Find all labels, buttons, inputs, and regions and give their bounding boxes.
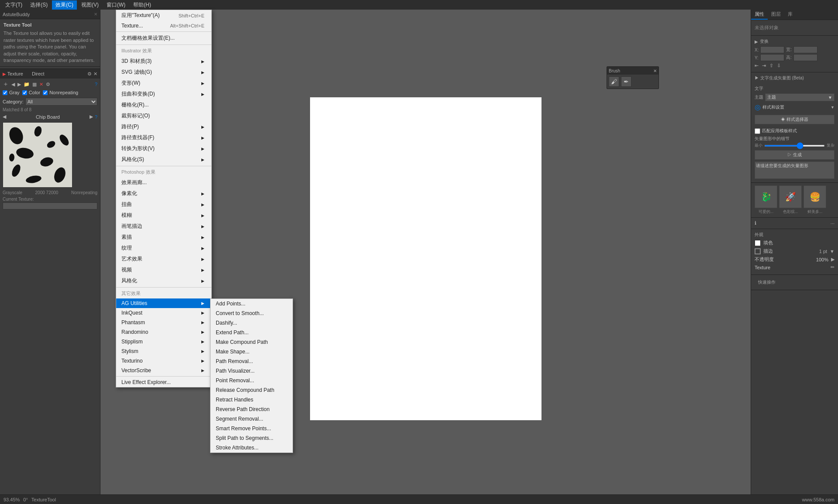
menu-view[interactable]: 视图(V)	[78, 0, 102, 10]
make-compound-path-item[interactable]: Make Compound Path	[210, 337, 293, 347]
ai-gen-expand[interactable]: ▶	[755, 75, 759, 80]
doc-raster-item[interactable]: 文档栅格效果设置(E)...	[116, 33, 211, 44]
texture-nav-left[interactable]: ◀	[11, 82, 15, 87]
reverse-path-item[interactable]: Reverse Path Direction	[210, 405, 293, 414]
style-picker-btn[interactable]: ◈ 样式选择器	[755, 115, 835, 124]
menu-text[interactable]: 文字(T)	[2, 0, 26, 10]
dashify-item[interactable]: Dashify...	[210, 318, 293, 328]
path-removal-item[interactable]: Path Removal...	[210, 357, 293, 366]
artistic-item[interactable]: 艺术效果	[116, 254, 211, 264]
warp-item[interactable]: 变形(W)	[116, 78, 211, 89]
crop-marks-item[interactable]: 裁剪标记(O)	[116, 110, 211, 121]
transform-expand-icon[interactable]: ▶	[755, 39, 758, 44]
effect-gallery-item[interactable]: 效果画廊...	[116, 177, 211, 188]
info-more-icon[interactable]: ···	[831, 221, 835, 226]
mini-panel-header[interactable]: Brush ✕	[607, 67, 659, 75]
menu-window[interactable]: 窗口(W)	[103, 0, 129, 10]
sketch-item[interactable]: 素描	[116, 232, 211, 243]
vectorscribe-item[interactable]: VectorScribe	[116, 366, 211, 375]
randomino-item[interactable]: Randomino	[116, 327, 211, 337]
theme-dropdown[interactable]: 主题 ▼	[765, 93, 835, 101]
generate-prompt[interactable]: 请描述您要生成的矢量图形	[755, 161, 835, 179]
brush-option-2[interactable]: ✒	[621, 76, 631, 87]
ps-stylize-item[interactable]: 风格化	[116, 275, 211, 286]
convert-smooth-item[interactable]: Convert to Smooth...	[210, 309, 293, 318]
tab-library[interactable]: 库	[784, 10, 796, 20]
distort-item[interactable]: 扭曲和变换(D)	[116, 89, 211, 99]
pathfinder-item[interactable]: 路径查找器(F)	[116, 132, 211, 143]
chip-nav-right[interactable]: ▶	[90, 114, 93, 120]
texture-edit-icon[interactable]: ✏	[831, 264, 835, 270]
texture-folder-icon[interactable]: 📁	[24, 82, 30, 87]
panel-settings-icon[interactable]: ⚙	[87, 71, 92, 77]
stroke-swatch[interactable]	[755, 248, 761, 254]
match-template-label[interactable]: 匹配应用模板样式	[755, 128, 835, 134]
inkquest-item[interactable]: InkQuest	[116, 308, 211, 318]
match-template-checkbox[interactable]	[755, 128, 760, 134]
blur-item[interactable]: 模糊	[116, 210, 211, 221]
menu-select[interactable]: 选择(S)	[27, 0, 51, 10]
make-shape-item[interactable]: Make Shape...	[210, 347, 293, 357]
3d-item[interactable]: 3D 和材质(3)	[116, 56, 211, 67]
video-item[interactable]: 视频	[116, 264, 211, 275]
extend-path-item[interactable]: Extend Path...	[210, 328, 293, 337]
retract-handles-item[interactable]: Retract Handles	[210, 395, 293, 405]
texture-add-icon[interactable]: ＋	[3, 80, 9, 88]
stylism-item[interactable]: Stylism	[116, 346, 211, 356]
brush-option-1[interactable]: 🖌	[609, 76, 619, 87]
align-left-icon[interactable]: ⇤	[755, 63, 759, 69]
phantasm-item[interactable]: Phantasm	[116, 318, 211, 327]
stipplism-item[interactable]: Stipplism	[116, 337, 211, 346]
chip-info-icon[interactable]: ?	[95, 114, 97, 120]
menu-help[interactable]: 帮助(H)	[130, 0, 155, 10]
texture-help-icon[interactable]: ?	[95, 82, 97, 87]
texture-delete-icon[interactable]: ✕	[39, 82, 43, 87]
align-right-icon[interactable]: ⇥	[762, 63, 766, 69]
add-points-item[interactable]: Add Points...	[210, 299, 293, 309]
y-input[interactable]	[760, 54, 784, 61]
ag-utilities-item[interactable]: AG Utilities Add Points... Convert to Sm…	[116, 298, 211, 308]
stylize-item[interactable]: 风格化(S)	[116, 154, 211, 165]
segment-removal-item[interactable]: Segment Removal...	[210, 414, 293, 424]
stroke-attributes-item[interactable]: Stroke Attributes...	[210, 443, 293, 453]
rasterize-item[interactable]: 栅格化(R)...	[116, 99, 211, 110]
generate-button[interactable]: ▷ 生成	[755, 150, 835, 160]
ps-distort-item[interactable]: 扭曲	[116, 199, 211, 210]
menu-effects[interactable]: 效果(C)	[52, 0, 77, 10]
tab-layers[interactable]: 图层	[768, 10, 784, 20]
svg-item[interactable]: SVG 滤镜(G)	[116, 67, 211, 78]
texture-settings-icon[interactable]: ⚙	[46, 82, 50, 87]
color-checkbox[interactable]	[22, 90, 27, 95]
sample-image-3[interactable]: 🍔	[804, 185, 826, 208]
smart-remove-points-item[interactable]: Smart Remove Points...	[210, 424, 293, 433]
vector-detail-slider[interactable]	[764, 145, 825, 147]
convert-shape-item[interactable]: 转换为形状(V)	[116, 143, 211, 154]
nonrepeating-checkbox[interactable]	[43, 90, 48, 95]
release-compound-path-item[interactable]: Release Compound Path	[210, 385, 293, 395]
gray-checkbox-label[interactable]: Gray	[3, 90, 20, 95]
tab-properties[interactable]: 属性	[751, 10, 768, 20]
texture-dots-item[interactable]: Texture... Alt+Shift+Ctrl+E	[116, 21, 211, 31]
align-bottom-icon[interactable]: ⇩	[777, 63, 781, 69]
path-item[interactable]: 路径(P)	[116, 121, 211, 132]
color-checkbox-label[interactable]: Color	[22, 90, 40, 95]
split-path-item[interactable]: Split Path to Segments...	[210, 433, 293, 443]
x-input[interactable]	[760, 46, 784, 53]
align-top-icon[interactable]: ⇧	[769, 63, 773, 69]
ps-texture-item[interactable]: 纹理	[116, 243, 211, 254]
point-removal-item[interactable]: Point Removal...	[210, 376, 293, 385]
panel-close-icon[interactable]: ✕	[93, 71, 97, 77]
mini-panel-close[interactable]: ✕	[653, 69, 657, 73]
gray-checkbox[interactable]	[3, 90, 7, 95]
texture-grid-icon[interactable]: ▦	[32, 82, 37, 87]
h-input[interactable]	[793, 54, 817, 61]
pixelate-item[interactable]: 像素化	[116, 188, 211, 199]
texturino-item[interactable]: Texturino	[116, 356, 211, 366]
category-select[interactable]: All	[25, 98, 97, 106]
chip-nav-left[interactable]: ◀	[3, 114, 6, 120]
style-settings-row[interactable]: ◎ 样式和设置 ▼	[755, 103, 835, 111]
brush-strokes-item[interactable]: 画笔描边	[116, 221, 211, 232]
fill-swatch[interactable]	[755, 240, 761, 246]
texture-nav-right[interactable]: ▶	[17, 82, 21, 87]
apply-texture-item[interactable]: 应用"Texture"(A) Shift+Ctrl+E	[116, 10, 211, 21]
